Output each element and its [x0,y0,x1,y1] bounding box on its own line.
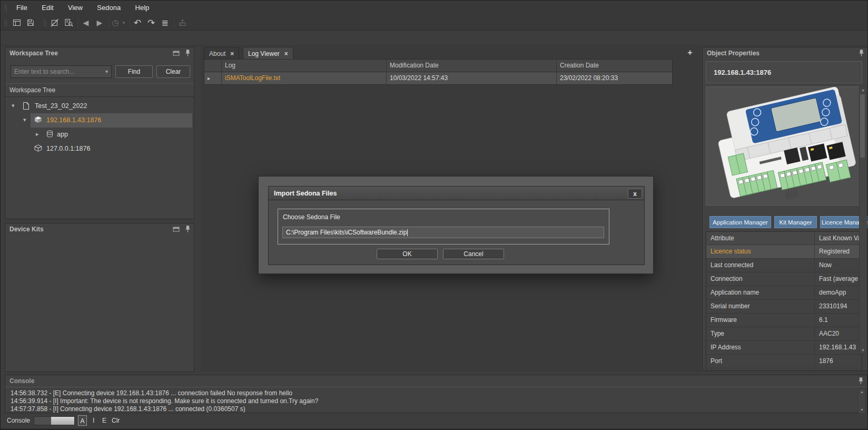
minimize-panel-icon[interactable] [173,227,180,232]
scroll-up-icon[interactable]: ▲ [860,87,866,93]
add-tab-icon[interactable]: + [685,48,695,57]
property-row[interactable]: Connection Fast (average <1 ms) [706,272,862,286]
clear-console-button[interactable]: Clr [112,417,120,424]
log-file-name: iSMAToolLogFile.txt [222,72,387,84]
log-table: Log Modification Date Creation Date ▸ iS… [204,59,673,85]
tab-label: Log Viewer [248,50,280,57]
device-cube-icon [34,116,42,123]
properties-table: Attribute Last Known Value Licence statu… [706,231,862,371]
row-expander-icon[interactable]: ▸ [204,72,222,84]
collapsed-caret-icon[interactable]: ▸ [36,131,39,138]
dialog-close-button[interactable]: x [628,189,642,199]
menu-help[interactable]: Help [129,1,156,15]
property-value: 6.1 [815,314,862,327]
property-row[interactable]: Type AAC20 [706,327,862,341]
tree-item-app[interactable]: ▸ app [5,128,193,142]
tab-label: About [209,50,225,57]
menu-view[interactable]: View [62,1,89,15]
status-bar: Console A I E Clr [1,413,868,428]
properties-scrollbar[interactable]: ▲ ▼ [859,86,867,354]
tree-item-project[interactable]: ▾ Test_23_02_2022 [5,99,193,113]
redo-icon[interactable]: ↷ [144,17,158,28]
dock-strip [1,31,868,46]
tree-item-localhost[interactable]: 127.0.0.1:1876 [5,142,193,156]
menu-file[interactable]: File [10,1,34,15]
window-layout-icon[interactable] [10,17,24,28]
property-value: Now [815,259,862,272]
console-log-area[interactable]: 14:56:38.732 - [E] Connecting device 192… [5,387,867,413]
menu-edit[interactable]: Edit [35,1,60,15]
cancel-button[interactable]: Cancel [443,249,504,259]
expand-caret-icon[interactable]: ▾ [23,116,26,123]
tree-item-device-selected[interactable]: ▾ 192.168.1.43:1876 [5,113,193,128]
property-row[interactable]: Serial number 23310194 [706,300,862,314]
save-icon[interactable] [24,17,37,28]
kit-manager-button[interactable]: Kit Manager [774,216,817,228]
column-header-last-known-value[interactable]: Last Known Value [815,232,862,245]
pin-icon[interactable] [185,226,191,233]
clear-button[interactable]: Clear [156,65,190,78]
property-row[interactable]: IP Address 192.168.1.43 [706,341,862,355]
pin-icon[interactable] [185,50,191,57]
log-table-row[interactable]: ▸ iSMAToolLogFile.txt 10/03/2022 14:57:4… [204,72,672,84]
column-header-modification-date[interactable]: Modification Date [387,60,557,72]
console-level-slider[interactable] [34,416,75,425]
tab-log-viewer[interactable]: Log Viewer × [243,47,293,60]
close-tab-icon[interactable]: × [230,50,234,57]
minimize-panel-icon[interactable] [173,51,180,56]
log-list-icon[interactable]: ≣ [158,17,172,28]
dialog-title-bar[interactable]: Import Sedona Files x [268,186,645,200]
wire-sheet-edit-icon[interactable] [48,17,62,28]
back-icon[interactable]: ◀ [79,17,93,28]
workspace-tree-panel: Workspace Tree Enter text to search... ▾… [5,47,194,219]
scrollbar-thumb[interactable] [860,94,865,158]
scroll-down-icon[interactable]: ▼ [860,347,866,354]
scroll-down-icon[interactable]: ▼ [859,407,865,413]
search-placeholder: Enter text to search... [14,68,74,75]
search-input[interactable]: Enter text to search... ▾ [11,65,112,78]
device-search-icon[interactable] [62,17,75,28]
property-row[interactable]: Mac Address 54:10:EC:6B:DE:2E [706,368,862,371]
filter-all-button[interactable]: A [78,415,87,426]
find-button[interactable]: Find [115,65,153,78]
filter-info-button[interactable]: I [93,417,94,424]
menu-sedona[interactable]: Sedona [91,1,127,15]
forward-icon[interactable]: ▶ [93,17,106,28]
property-row[interactable]: Port 1876 [706,355,862,368]
pin-icon[interactable] [858,377,864,385]
history-dropdown-icon[interactable]: ▾ [121,17,127,28]
console-scrollbar[interactable]: ▲ ▼ [858,388,866,414]
property-row[interactable]: Licence status Registered [706,245,862,259]
file-path-input[interactable]: C:\Program Files\kits\iCSoftwareBundle.z… [282,227,604,238]
history-icon[interactable]: ◷ [110,17,121,28]
property-row[interactable]: Application name demoApp [706,286,862,300]
column-header-attribute[interactable]: Attribute [706,232,815,245]
toolbar-grip-2[interactable] [44,19,46,27]
property-row[interactable]: Last connected Now [706,259,862,272]
toolbar-grip-1[interactable] [5,19,7,27]
property-value: Registered [815,245,862,258]
property-row[interactable]: Firmware 6.1 [706,314,862,327]
tab-about[interactable]: About × [204,47,239,60]
project-file-icon [23,102,29,110]
menubar-grip[interactable] [5,4,7,12]
log-created-date: 23/02/2022 08:20:33 [557,72,672,84]
search-dropdown-icon[interactable]: ▾ [105,69,108,74]
scroll-up-icon[interactable]: ▲ [859,389,865,395]
column-header-creation-date[interactable]: Creation Date [557,60,672,72]
filter-error-button[interactable]: E [102,417,106,424]
choose-file-label: Choose Sedona File [283,213,340,221]
undo-icon[interactable]: ↶ [131,17,144,28]
property-value: 54:10:EC:6B:DE:2E [815,368,862,371]
ok-button[interactable]: OK [377,249,438,259]
pin-icon[interactable] [859,50,864,57]
expand-caret-icon[interactable]: ▾ [12,102,15,109]
application-manager-button[interactable]: Application Manager [709,216,771,228]
property-value: 1876 [815,355,862,368]
object-properties-title: Object Properties [707,50,760,57]
device-kits-title: Device Kits [9,226,44,233]
close-tab-icon[interactable]: × [284,50,288,57]
column-header-log[interactable]: Log [222,60,387,72]
tree-item-label: 127.0.0.1:1876 [46,145,90,152]
device-connect-icon[interactable] [175,17,189,28]
